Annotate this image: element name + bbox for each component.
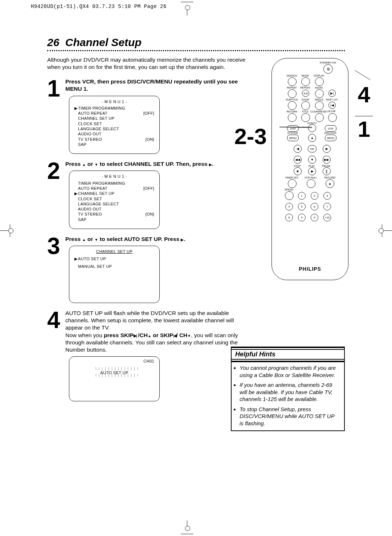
right-arrow-icon: [209, 161, 212, 167]
osd-selector-icon: ▶: [74, 106, 78, 111]
osd-item: CLOCK SET: [74, 196, 154, 201]
skip-forward-icon: [134, 332, 136, 338]
osd-item: TIMER PROGRAMMING: [74, 181, 154, 186]
osd-menu-1: - M E N U 1 - ▶TIMER PROGRAMMINGAUTO REP…: [69, 96, 160, 154]
osd-item: MANUAL SET UP: [74, 264, 154, 269]
osd-item-label: TV STEREO: [78, 137, 146, 142]
osd-selector-icon: [74, 181, 78, 186]
step-number: 2: [47, 162, 65, 180]
osd-item-label: AUTO REPEAT: [78, 111, 143, 116]
osd-item: AUTO REPEAT[OFF]: [74, 111, 154, 116]
osd-item-label: SAP: [78, 142, 154, 147]
numpad-plus10[interactable]: +10: [323, 214, 331, 221]
numpad-8[interactable]: 8: [285, 214, 293, 221]
step-2-instruction: Press or to select CHANNEL SET UP. Then,…: [65, 160, 240, 168]
numpad-4[interactable]: 4: [285, 203, 293, 210]
osd-channel-setup: CHANNEL SET UP ▶AUTO SET UPMANUAL SET UP: [69, 246, 160, 303]
osd-item: CHANNEL SET UP: [74, 116, 154, 121]
osd-selector-icon: [74, 121, 78, 126]
up-arrow-icon: [148, 332, 151, 338]
numpad-0[interactable]: 0: [311, 214, 318, 221]
osd-item: LANGUAGE SELECT: [74, 201, 154, 206]
intro-text: Although your DVD/VCR may automatically …: [47, 56, 250, 71]
osd-item-label: AUTO SET UP: [78, 256, 154, 261]
osd-title: - M E N U 1 -: [74, 174, 154, 179]
osd-item-value: [OFF]: [143, 186, 154, 191]
step-4-text: AUTO SET UP will flash while the DVD/VCR…: [65, 310, 240, 353]
osd-item: CLOCK SET: [74, 121, 154, 126]
hint-item: If you have an antenna, channels 2-69 wi…: [240, 381, 339, 403]
osd-item: ▶AUTO SET UP: [74, 256, 154, 261]
up-arrow-icon: [82, 236, 86, 242]
osd-auto-setup: CH01 \ | | | | | | | | | | | | // | | | …: [69, 356, 160, 401]
helpful-hints-title: Helpful Hints: [232, 349, 344, 360]
osd-selector-icon: [74, 212, 78, 217]
section-name: Channel Setup: [65, 36, 142, 48]
osd-selector-icon: ▶: [74, 191, 78, 196]
crop-mark-circle: [185, 526, 190, 531]
numpad-5[interactable]: 5: [298, 203, 306, 210]
osd-item-label: CHANNEL SET UP: [78, 116, 154, 121]
callout-4: 4: [358, 82, 370, 107]
osd-item-label: AUDIO OUT: [78, 131, 154, 136]
callout-2-3: 2-3: [234, 123, 267, 149]
osd-item: AUTO REPEAT[OFF]: [74, 186, 154, 191]
osd-channel-indicator: CH01: [74, 359, 154, 363]
helpful-hints-box: Helpful Hints You cannot program channel…: [231, 347, 345, 431]
osd-item-label: TIMER PROGRAMMING: [78, 106, 154, 111]
step-number: 4: [47, 311, 65, 330]
osd-selector-icon: ▶: [74, 256, 78, 261]
down-arrow-icon: [95, 236, 98, 242]
helpful-hints-list: You cannot program channels if you are u…: [240, 364, 339, 427]
up-arrow-icon: [82, 161, 86, 167]
page-number: 26: [47, 36, 59, 48]
osd-item-value: [OFF]: [143, 111, 154, 116]
osd-item-value: [ON]: [146, 212, 154, 217]
osd-item: AUDIO OUT: [74, 206, 154, 212]
crop-mark-circle: [379, 228, 384, 233]
osd-item-label: AUDIO OUT: [78, 206, 154, 212]
down-arrow-icon: [95, 161, 98, 167]
osd-selector-icon: [74, 196, 78, 201]
osd-item: AUDIO OUT: [74, 131, 154, 136]
hint-item: You cannot program channels if you are u…: [240, 364, 339, 379]
osd-selector-icon: [74, 131, 78, 136]
osd-selector-icon: [74, 264, 78, 269]
hint-item: To stop Channel Setup, press DISC/VCR/ME…: [240, 406, 339, 427]
osd-item: TV STEREO[ON]: [74, 137, 154, 142]
osd-item-label: SAP: [78, 217, 154, 222]
step-number: 3: [47, 237, 65, 255]
osd-auto-setup-label: AUTO SET UP: [69, 371, 159, 375]
numpad-7[interactable]: 7: [323, 203, 331, 210]
step-number: 1: [47, 79, 65, 98]
osd-item-label: CHANNEL SET UP: [78, 191, 154, 196]
svg-line-0: [355, 70, 370, 80]
osd-selector-icon: [74, 217, 78, 222]
osd-item-label: CLOCK SET: [78, 121, 154, 126]
osd-selector-icon: [74, 186, 78, 191]
osd-selector-icon: [74, 126, 78, 131]
numpad-6[interactable]: 6: [311, 203, 318, 210]
osd-item: TV STEREO[ON]: [74, 212, 154, 217]
crop-mark-circle: [185, 5, 190, 10]
osd-item-label: MANUAL SET UP: [78, 264, 154, 269]
step-1-instruction: Press VCR, then press DISC/VCR/MENU repe…: [65, 78, 240, 93]
osd-selector-icon: [74, 111, 78, 116]
osd-selector-icon: [74, 142, 78, 147]
osd-item: ▶TIMER PROGRAMMING: [74, 106, 154, 111]
osd-menu-2: - M E N U 1 - TIMER PROGRAMMINGAUTO REPE…: [69, 171, 160, 229]
numpad-9[interactable]: 9: [298, 214, 306, 221]
osd-item-value: [ON]: [146, 137, 154, 142]
callout-1: 1: [358, 116, 370, 142]
osd-selector-icon: [74, 201, 78, 206]
osd-selector-icon: [74, 137, 78, 142]
osd-selector-icon: [74, 206, 78, 212]
osd-item-label: LANGUAGE SELECT: [78, 126, 154, 131]
osd-item-label: CLOCK SET: [78, 196, 154, 201]
page-title: 26 Channel Setup: [47, 36, 345, 49]
osd-item: SAP: [74, 142, 154, 147]
print-header: H9420UD(p1-51).QX4 03.7.23 5:10 PM Page …: [31, 4, 167, 9]
osd-item: SAP: [74, 217, 154, 222]
crop-mark-circle: [8, 228, 13, 233]
step-3-instruction: Press or to select AUTO SET UP. Press .: [65, 236, 240, 243]
